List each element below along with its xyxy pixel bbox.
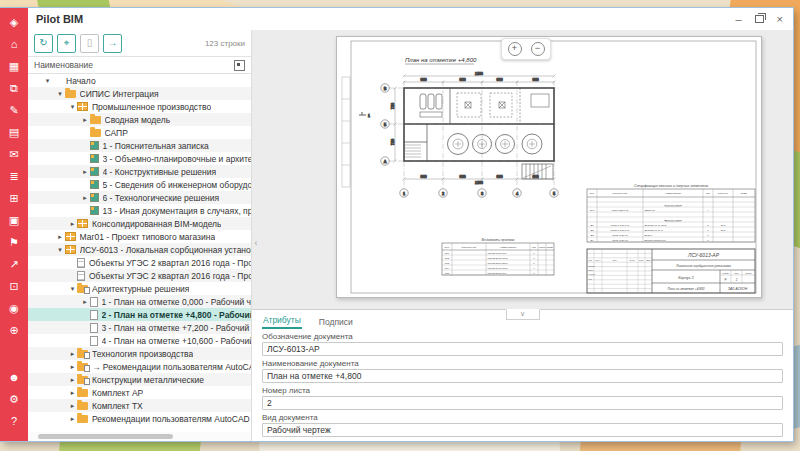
tree-horizontal-scrollbar[interactable] [28,432,251,441]
document-export-icon[interactable]: ↗ [6,257,22,272]
drawing-viewer[interactable]: ‹ [252,30,793,309]
attribute-label: Наименование документа [262,359,783,368]
document-icon[interactable]: ▤ [6,125,22,140]
tab-атрибуты[interactable]: Атрибуты [262,313,302,329]
tree-item[interactable]: ▾СИПИС Интеграция [28,87,251,100]
tree-item[interactable]: Объекты УГЭС 2 квартал 2016 года - Прошу… [28,256,251,269]
svg-text:Серия 1.136.5-19: Серия 1.136.5-19 [610,224,630,227]
tree-item[interactable]: ▸→ Рекомендации пользователям AutoCAD [28,360,251,373]
tree-item[interactable]: 2 - План на отметке +4,800 - Рабочий чер… [28,308,251,321]
tree-item[interactable]: ▸4 - Конструктивные решения [28,165,251,178]
expand-arrow-icon[interactable]: ▾ [56,246,65,254]
apps-grid-icon[interactable]: ⊞ [6,191,22,206]
svg-text:Стадия: Стадия [722,272,728,274]
scrollbar-thumb[interactable] [38,434,173,439]
svg-text:Проем 2000×800: Проем 2000×800 [488,272,507,275]
restore-button[interactable] [755,15,764,23]
tree-item[interactable]: ▸Комплект ТХ [28,399,251,412]
svg-text:4: 4 [533,267,535,270]
tree-item[interactable]: 13 - Иная документация в случаях, предус… [28,204,251,217]
expand-arrow-icon[interactable]: ▸ [56,233,65,241]
tree-item[interactable]: 4 - План на отметке +10,600 - Рабочий че… [28,334,251,347]
image-gallery-icon[interactable]: ▣ [6,213,22,228]
tree-item[interactable]: 3 - План на отметке +7,200 - Рабочий чер… [28,321,251,334]
expand-arrow-icon[interactable]: ▸ [68,415,77,423]
catalog-book-icon[interactable]: ≣ [6,169,22,184]
tab-подписи[interactable]: Подписи [318,315,354,329]
svg-text:Локальная сорбционная установк: Локальная сорбционная установка [675,264,731,268]
expand-arrow-icon[interactable]: ▸ [68,363,77,371]
help-icon[interactable]: ? [6,414,22,429]
tree-item[interactable]: ▾Начало [28,74,251,87]
expand-arrow-icon[interactable]: ▸ [81,298,90,306]
expand-arrow-icon[interactable]: ▾ [56,90,65,98]
expand-arrow-icon[interactable]: ▸ [68,402,77,410]
camera-3d-icon[interactable]: ⊕ [6,323,22,338]
user-icon[interactable]: ☻ [6,370,22,385]
tree-item[interactable]: 5 - Сведения об инженерном оборудовании,… [28,178,251,191]
tree-item[interactable]: ▾ЛСУ-6013 - Локальная сорбционная устано… [28,243,251,256]
projects-grid-icon[interactable]: ▦ [6,59,22,74]
minimize-button[interactable]: – [735,14,741,24]
attribute-value-input[interactable]: ЛСУ-6013-АР [262,342,783,356]
svg-text:ОВОП-18: ОВОП-18 [645,209,656,212]
tree-item[interactable]: САПР [28,126,251,139]
svg-text:Ворота распашные: Ворота распашные [645,239,667,242]
pin-button[interactable]: ⌖ [57,34,76,53]
tree-item-label: Начало [66,76,96,86]
attribute-value-input[interactable]: План на отметке +4,800 [262,369,783,383]
expand-arrow-icon[interactable]: ▸ [81,194,90,202]
attribute-value-input[interactable]: Рабочий чертеж [262,423,783,437]
close-button[interactable]: × [777,14,783,24]
settings-gear-icon[interactable]: ⚙ [6,392,22,407]
messages-icon[interactable]: ⊡ [6,279,22,294]
tree-item[interactable]: 1 - Пояснительная записка [28,139,251,152]
panel-collapse-handle[interactable]: ‹ [252,235,260,251]
tree-item[interactable]: ▸6 - Технологические решения [28,191,251,204]
tree-item[interactable]: ▾Промышленное производство [28,100,251,113]
collapse-panel-button[interactable]: ∨ [506,309,540,320]
expand-arrow-icon[interactable]: ▸ [68,376,77,384]
expand-arrow-icon[interactable]: ▾ [43,77,52,85]
tree-item[interactable]: ▸Конструкции металлические [28,373,251,386]
tree-item[interactable]: ▸Сводная модель [28,113,251,126]
expand-arrow-icon[interactable]: ▸ [68,389,77,397]
location-pin-icon[interactable]: ◉ [6,301,22,316]
flag-tool-icon[interactable]: ⚑ [6,235,22,250]
tree-item[interactable]: ▸Технология производства [28,347,251,360]
tree-item[interactable]: ▾Архитектурные решения [28,282,251,295]
go-forward-button[interactable]: → [103,34,122,53]
expand-arrow-icon[interactable]: ▸ [68,350,77,358]
svg-text:Д3: Д3 [591,234,595,237]
drawing-sheet[interactable]: План на отметке +4,800 [336,36,762,298]
expand-arrow-icon[interactable]: ▸ [81,116,90,124]
tree-item[interactable]: ▸Консолидированная BIM-модель [28,217,251,230]
tree-item-label: Сводная модель [105,115,171,125]
axis-label: В [384,86,387,91]
tree-column-header[interactable]: Наименование [28,56,251,74]
chat-icon[interactable]: ✉ [6,147,22,162]
expand-arrow-icon[interactable]: ▾ [68,103,77,111]
expand-arrow-icon[interactable]: ▸ [81,168,90,176]
edit-pencil-icon[interactable]: ✎ [6,103,22,118]
tree-item[interactable]: ▸Комплект АР [28,386,251,399]
refresh-button[interactable]: ↻ [34,34,53,53]
cabinet-icon [77,102,88,111]
zoom-out-button[interactable]: − [531,42,545,56]
tree-item[interactable]: ▸Рекомендации пользователям AutoCAD [28,412,251,425]
attribute-value-input[interactable]: 2 [262,396,783,410]
expand-arrow-icon[interactable]: ▾ [68,285,77,293]
tree-item[interactable]: ▸1 - План на отметке 0,000 - Рабочий чер… [28,295,251,308]
device-button[interactable]: ▯ [80,34,99,53]
zoom-in-button[interactable]: + [508,42,522,56]
copy-documents-icon[interactable]: ⧉ [6,81,22,96]
tree-item[interactable]: 3 - Объемно-планировочные и архитектурны… [28,152,251,165]
layers-icon[interactable]: ◈ [6,15,22,30]
tree-item-label: Консолидированная BIM-модель [92,219,221,229]
title-bar: Pilot BIM – × [28,8,793,30]
tree-item[interactable]: ▸Маг01 - Проект типового магазина [28,230,251,243]
tree-item[interactable]: Объекты УГЭС 2 квартал 2016 года - Прошу… [28,269,251,282]
expand-arrow-icon[interactable]: ▸ [68,220,77,228]
filter-icon[interactable] [234,60,245,71]
home-search-icon[interactable]: ⌂ [6,37,22,52]
